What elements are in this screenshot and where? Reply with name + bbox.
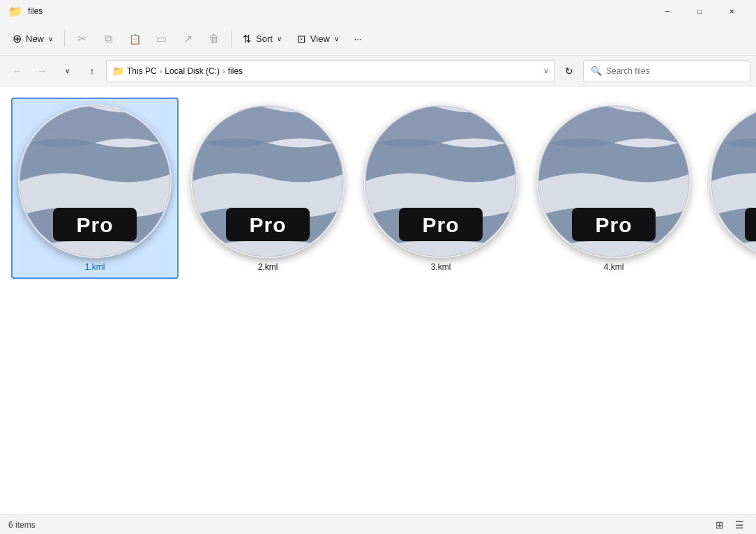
breadcrumb-local-disk: Local Disk (C:) xyxy=(165,66,220,76)
file-icon: Pro xyxy=(18,105,172,258)
view-button[interactable]: ⊡ View ∨ xyxy=(290,26,346,52)
file-item[interactable]: Pro 5.kml xyxy=(703,98,756,279)
file-item[interactable]: Pro 1.kml xyxy=(11,98,179,279)
svg-text:Pro: Pro xyxy=(249,213,286,236)
delete-button[interactable]: 🗑 xyxy=(202,26,227,52)
svg-point-17 xyxy=(365,241,516,258)
close-button[interactable]: ✕ xyxy=(716,0,748,22)
sort-icon: ⇅ xyxy=(243,33,252,45)
up-button[interactable]: ↑ xyxy=(81,60,103,82)
new-button[interactable]: ⊕ New ∨ xyxy=(6,26,60,52)
share-button[interactable]: ↗ xyxy=(175,26,200,52)
maximize-button[interactable]: □ xyxy=(683,0,716,22)
svg-point-10 xyxy=(192,241,343,258)
sort-label: Sort xyxy=(256,33,273,44)
new-label: New xyxy=(26,33,44,44)
search-icon: 🔍 xyxy=(591,66,602,76)
status-item-count: 6 items xyxy=(8,520,36,530)
breadcrumb-folder-icon: 📁 xyxy=(112,66,124,77)
svg-point-31 xyxy=(711,241,756,258)
window-title: files xyxy=(28,6,646,16)
file-item[interactable]: Pro 2.kml xyxy=(184,98,351,279)
breadcrumb-dropdown-icon: ∨ xyxy=(543,66,549,75)
file-icon: Pro xyxy=(191,105,345,258)
file-icon: Pro xyxy=(710,105,756,258)
file-item[interactable]: Pro 4.kml xyxy=(530,98,697,279)
svg-text:Pro: Pro xyxy=(76,213,113,236)
paste-button[interactable]: 📋 xyxy=(122,26,147,52)
refresh-button[interactable]: ↻ xyxy=(558,60,580,82)
new-plus-icon: ⊕ xyxy=(13,32,22,45)
copy-button[interactable]: ⧉ xyxy=(96,26,121,52)
view-chevron-icon: ∨ xyxy=(334,35,339,43)
recent-locations-button[interactable]: ∨ xyxy=(56,60,78,82)
back-button[interactable]: ← xyxy=(6,60,28,82)
grid-view-button[interactable]: ⊞ xyxy=(711,517,728,533)
file-grid: Pro 1.kml xyxy=(11,98,745,279)
svg-point-24 xyxy=(538,241,689,258)
list-view-button[interactable]: ☰ xyxy=(731,517,748,533)
view-label: View xyxy=(310,33,330,44)
breadcrumb-bar[interactable]: 📁 This PC › Local Disk (C:) › files ∨ xyxy=(106,60,555,82)
minimize-button[interactable]: ─ xyxy=(651,0,683,22)
rename-button[interactable]: ▭ xyxy=(149,26,174,52)
toolbar: ⊕ New ∨ ✂ ⧉ 📋 ▭ ↗ 🗑 ⇅ Sort ∨ ⊡ View ∨ ··… xyxy=(0,22,756,56)
window-controls: ─ □ ✕ xyxy=(651,0,748,22)
file-item[interactable]: Pro 3.kml xyxy=(357,98,524,279)
file-name: 1.kml xyxy=(85,262,105,272)
forward-button[interactable]: → xyxy=(31,60,53,82)
file-icon: Pro xyxy=(364,105,517,258)
file-name: 2.kml xyxy=(258,262,278,272)
window-icon: 📁 xyxy=(8,5,22,18)
svg-text:Pro: Pro xyxy=(422,213,459,236)
toolbar-divider-2 xyxy=(231,31,232,47)
svg-rect-33 xyxy=(745,208,756,241)
more-button[interactable]: ··· xyxy=(347,26,369,52)
svg-text:Pro: Pro xyxy=(595,213,632,236)
more-label: ··· xyxy=(354,33,362,44)
title-bar: 📁 files ─ □ ✕ xyxy=(0,0,756,22)
new-chevron-icon: ∨ xyxy=(48,35,53,43)
sort-button[interactable]: ⇅ Sort ∨ xyxy=(236,26,289,52)
search-box: 🔍 xyxy=(583,60,750,82)
address-bar: ← → ∨ ↑ 📁 This PC › Local Disk (C:) › fi… xyxy=(0,56,756,86)
view-icon: ⊡ xyxy=(297,33,306,45)
file-name: 3.kml xyxy=(431,262,451,272)
toolbar-divider-1 xyxy=(64,31,65,47)
main-content: Pro 1.kml xyxy=(0,86,756,514)
cut-button[interactable]: ✂ xyxy=(69,26,94,52)
file-name: 4.kml xyxy=(604,262,624,272)
file-icon: Pro xyxy=(537,105,690,258)
breadcrumb-this-pc: This PC xyxy=(127,66,157,76)
svg-point-3 xyxy=(20,241,170,258)
status-bar: 6 items ⊞ ☰ xyxy=(0,514,756,534)
search-input[interactable] xyxy=(606,66,743,76)
breadcrumb-files: files xyxy=(228,66,243,76)
view-toggle: ⊞ ☰ xyxy=(711,517,748,533)
sort-chevron-icon: ∨ xyxy=(277,35,282,43)
